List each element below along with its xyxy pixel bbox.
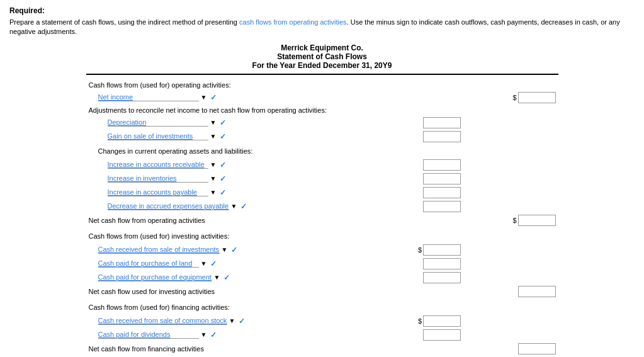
statement-header: Merrick Equipment Co. Statement of Cash …	[9, 43, 635, 70]
financing-header: Cash flows from (used for) financing act…	[89, 303, 556, 311]
operating-net-dollar: $	[512, 217, 516, 224]
purchase-land-label-container: Cash paid for purchase of land ▼ ✓	[89, 259, 366, 268]
dividends-row: Cash paid for dividends ▼ ✓	[88, 329, 557, 341]
accrued-dropdown[interactable]: Decrease in accrued expenses payable	[108, 202, 229, 210]
sale-invest-check: ✓	[231, 246, 237, 254]
ap-check: ✓	[220, 188, 226, 197]
dividends-input[interactable]	[423, 329, 461, 341]
purchase-land-arrow: ▼	[201, 260, 207, 267]
operating-net-row: Net cash flow from operating activities …	[88, 214, 557, 227]
investing-header: Cash flows from (used for) investing act…	[89, 232, 556, 240]
ar-check: ✓	[220, 161, 226, 169]
sale-invest-dropdown[interactable]: Cash received from sale of investments	[98, 246, 220, 254]
depreciation-check: ✓	[220, 118, 226, 127]
depreciation-row: Depreciation ▼ ✓	[88, 116, 557, 129]
depreciation-arrow: ▼	[210, 119, 217, 126]
purchase-land-input[interactable]	[423, 258, 461, 269]
net-income-dollar: $	[512, 94, 516, 101]
ap-label-container: Increase in accounts payable ▼ ✓	[89, 188, 366, 197]
investing-net-row: Net cash flow used for investing activit…	[88, 285, 557, 298]
inv-check: ✓	[220, 174, 226, 183]
financing-net-label: Net cash flow from financing activities	[89, 345, 204, 353]
accrued-label-container: Decrease in accrued expenses payable ▼ ✓	[89, 202, 366, 211]
sale-common-dollar: $	[418, 317, 422, 325]
purchase-land-row: Cash paid for purchase of land ▼ ✓	[88, 258, 557, 270]
form-container: Cash flows from (used for) operating act…	[86, 74, 558, 357]
ar-arrow: ▼	[210, 161, 217, 168]
inv-arrow: ▼	[210, 175, 217, 182]
dividends-arrow: ▼	[201, 331, 207, 338]
investing-net-input[interactable]	[518, 286, 556, 297]
adjustments-label: Adjustments to reconcile net income to n…	[89, 106, 327, 114]
financing-net-row: Net cash flow from financing activities	[88, 343, 557, 355]
accrued-arrow: ▼	[231, 203, 237, 210]
inv-label-container: Increase in inventories ▼ ✓	[89, 174, 366, 183]
purchase-equip-check: ✓	[223, 273, 230, 282]
gain-arrow: ▼	[210, 133, 217, 140]
company-name: Merrick Equipment Co.	[9, 43, 635, 52]
sale-invest-label-container: Cash received from sale of investments ▼…	[89, 246, 366, 254]
net-income-dropdown[interactable]: Net income	[98, 93, 199, 101]
gain-dropdown[interactable]: Gain on sale of investments	[108, 132, 208, 140]
dividends-label-container: Cash paid for dividends ▼ ✓	[89, 331, 366, 339]
net-income-row: Net income ▼ ✓ $	[88, 91, 557, 104]
sale-common-label-container: Cash received from sale of common stock …	[89, 317, 366, 326]
accrued-row: Decrease in accrued expenses payable ▼ ✓	[88, 200, 557, 213]
sale-common-input[interactable]	[423, 315, 461, 327]
dividends-check: ✓	[210, 331, 217, 339]
ar-row: Increase in accounts receivable ▼ ✓	[88, 159, 557, 171]
inv-row: Increase in inventories ▼ ✓	[88, 173, 557, 185]
purchase-equip-label-container: Cash paid for purchase of equipment ▼ ✓	[89, 273, 366, 282]
depreciation-dropdown[interactable]: Depreciation	[108, 118, 208, 127]
operating-header: Cash flows from (used for) operating act…	[89, 81, 231, 89]
inv-input[interactable]	[423, 173, 461, 184]
ap-dropdown[interactable]: Increase in accounts payable	[108, 188, 208, 196]
ap-input[interactable]	[423, 187, 461, 198]
gain-label-container: Gain on sale of investments ▼ ✓	[89, 132, 366, 141]
sale-invest-row: Cash received from sale of investments ▼…	[88, 244, 557, 256]
inv-dropdown[interactable]: Increase in inventories	[108, 174, 208, 183]
dividends-dropdown[interactable]: Cash paid for dividends	[98, 331, 199, 339]
instructions-text: Prepare a statement of cash flows, using…	[9, 18, 239, 26]
statement-title: Statement of Cash Flows	[9, 52, 635, 61]
financing-net-input[interactable]	[518, 343, 556, 354]
sale-common-dropdown[interactable]: Cash received from sale of common stock	[98, 317, 227, 325]
net-income-check: ✓	[210, 93, 217, 102]
gain-input[interactable]	[423, 131, 461, 142]
instructions-link: cash flows from operating activities	[239, 18, 347, 26]
instructions: Prepare a statement of cash flows, using…	[9, 18, 635, 37]
required-label: Required:	[9, 6, 635, 15]
financing-header-row: Cash flows from (used for) financing act…	[88, 299, 557, 314]
purchase-land-dropdown[interactable]: Cash paid for purchase of land	[98, 259, 199, 268]
sale-invest-input[interactable]	[423, 244, 461, 256]
depreciation-input[interactable]	[423, 117, 461, 128]
sale-common-check: ✓	[239, 317, 245, 326]
ar-input[interactable]	[423, 159, 461, 171]
purchase-equip-dropdown[interactable]: Cash paid for purchase of equipment	[98, 273, 212, 281]
period: For the Year Ended December 31, 20Y9	[9, 61, 635, 70]
investing-header-row: Cash flows from (used for) investing act…	[88, 228, 557, 242]
purchase-equip-row: Cash paid for purchase of equipment ▼ ✓	[88, 271, 557, 284]
adjustments-row: Adjustments to reconcile net income to n…	[88, 105, 557, 115]
depreciation-label-container: Depreciation ▼ ✓	[89, 118, 366, 127]
purchase-equip-input[interactable]	[423, 272, 461, 283]
cash-flow-table: Cash flows from (used for) operating act…	[86, 79, 558, 357]
operating-net-label: Net cash flow from operating activities	[89, 217, 205, 224]
gain-check: ✓	[220, 132, 226, 141]
investing-net-label: Net cash flow used for investing activit…	[89, 288, 215, 295]
net-income-label-container: Net income ▼ ✓	[89, 93, 366, 102]
ap-row: Increase in accounts payable ▼ ✓	[88, 186, 557, 199]
purchase-equip-arrow: ▼	[214, 274, 220, 281]
sale-invest-dollar: $	[418, 246, 422, 254]
ar-label-container: Increase in accounts receivable ▼ ✓	[89, 161, 366, 169]
operating-header-row: Cash flows from (used for) operating act…	[88, 80, 557, 90]
purchase-land-check: ✓	[210, 259, 217, 268]
changes-label: Changes in current operating assets and …	[89, 147, 556, 155]
operating-net-input[interactable]	[518, 215, 556, 226]
accrued-input[interactable]	[423, 201, 461, 212]
ar-dropdown[interactable]: Increase in accounts receivable	[108, 161, 208, 169]
ap-arrow: ▼	[210, 189, 217, 196]
net-income-input[interactable]	[518, 92, 556, 103]
sale-common-row: Cash received from sale of common stock …	[88, 315, 557, 327]
sale-common-arrow: ▼	[229, 317, 235, 324]
